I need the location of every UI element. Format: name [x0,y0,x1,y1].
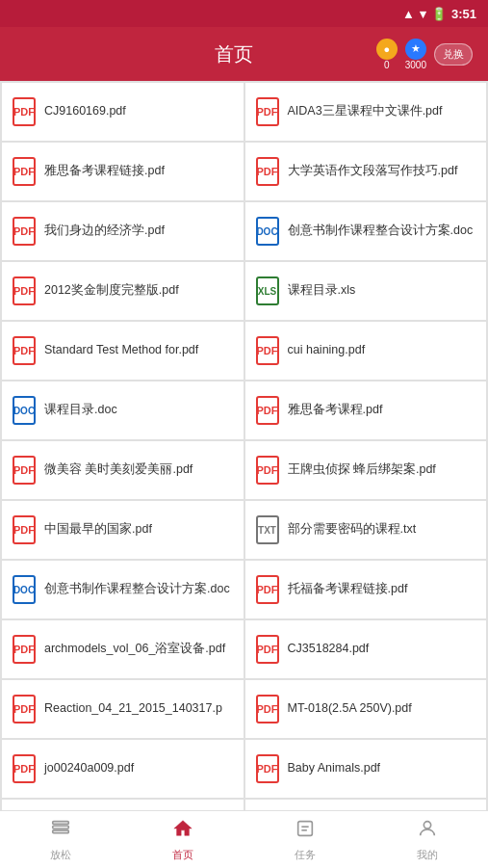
file-type-icon: PDF [12,753,37,784]
profile-icon [417,818,438,845]
points-icon: ★ [405,39,426,60]
file-type-icon: PDF [12,455,37,486]
file-type-icon: PDF [255,574,280,605]
nav-item-relax[interactable]: 放松 [0,811,122,868]
svg-rect-3 [298,821,313,835]
file-type-icon: PDF [12,156,37,187]
file-name: 雅思备考课程.pdf [288,402,477,419]
file-name: Baby Animals.pdf [288,760,477,777]
file-type-icon: PDF [255,455,280,486]
coin-icon: ● [376,39,398,60]
exchange-button[interactable]: 兑换 [434,43,473,66]
file-type-icon: PDF [255,335,280,366]
signal-icon: ▲ [402,7,415,21]
list-item[interactable]: DOC 创意书制作课程整合设计方案.doc [245,202,487,260]
file-name: CJ3518284.pdf [288,641,477,658]
svg-point-6 [424,821,430,828]
file-name: 我们身边的经济学.pdf [44,223,234,240]
file-name: 微美容 美时美刻爱美丽.pdf [44,461,234,479]
file-type-icon: PDF [255,96,280,127]
file-type-icon: PDF [12,216,37,247]
nav-item-profile[interactable]: 我的 [366,811,488,868]
relax-icon [50,818,71,845]
status-bar: ▲ ▾ 🔋 3:51 [0,0,488,27]
file-name: CJ9160169.pdf [44,103,234,120]
file-type-icon: PDF [12,694,37,724]
list-item[interactable]: PDF cui haining.pdf [245,322,487,380]
list-item[interactable]: DOC 创意书制作课程整合设计方案.doc [2,561,244,618]
list-item[interactable]: XLS 课程目录.xls [245,262,487,320]
nav-item-task[interactable]: 任务 [244,811,367,868]
file-name: 大学英语作文段落写作技巧.pdf [288,163,477,180]
file-type-icon: PDF [255,634,280,665]
list-item[interactable]: PDF AIDA3三星课程中文课件.pdf [245,83,487,141]
status-icons: ▲ ▾ 🔋 3:51 [402,7,476,21]
list-item[interactable]: PDF MT-018(2.5A 250V).pdf [245,680,487,738]
file-name: 托福备考课程链接.pdf [288,581,477,598]
relax-label: 放松 [50,848,71,862]
task-icon [295,818,316,845]
file-name: 部分需要密码的课程.txt [288,521,477,539]
file-type-icon: TXT [255,514,280,545]
file-name: 课程目录.xls [288,282,477,300]
file-type-icon: PDF [255,694,280,724]
list-item[interactable]: DOC 课程目录.doc [2,381,244,439]
list-item[interactable]: PDF 我们身边的经济学.pdf [2,202,244,260]
points-count: 3000 [405,60,426,70]
file-type-icon: DOC [12,395,37,426]
time: 3:51 [451,7,476,21]
svg-rect-2 [53,829,69,832]
file-type-icon: PDF [12,335,37,366]
list-item[interactable]: PDF 大学英语作文段落写作技巧.pdf [245,143,487,200]
points-badge: ★ 3000 [405,39,426,70]
file-name: 雅思备考课程链接.pdf [44,163,234,180]
file-name: 课程目录.doc [44,402,234,419]
file-name: Standard Test Method for.pdf [44,342,234,359]
coin-badge: ● 0 [376,39,398,70]
list-item[interactable]: PDF CJ9160169.pdf [2,83,244,141]
page-title: 首页 [92,41,376,67]
list-item[interactable]: PDF jo00240a009.pdf [2,740,244,798]
file-name: MT-018(2.5A 250V).pdf [288,700,477,718]
list-item[interactable]: PDF Baby Animals.pdf [245,740,487,798]
file-name: 创意书制作课程整合设计方案.doc [288,223,477,240]
file-type-icon: PDF [255,156,280,187]
list-item[interactable]: PDF Standard Test Method for.pdf [2,322,244,380]
wifi-icon: ▾ [420,7,426,21]
list-item[interactable]: PDF CJ3518284.pdf [245,620,487,678]
svg-rect-1 [53,826,69,829]
list-item[interactable]: PDF 王牌虫侦探 蜂后绑架案.pdf [245,441,487,499]
nav-item-home[interactable]: 首页 [122,811,244,868]
coin-count: 0 [384,60,390,70]
bottom-nav: 放松 首页 任务 我的 [0,810,488,868]
home-label: 首页 [172,848,193,862]
list-item[interactable]: PDF 微美容 美时美刻爱美丽.pdf [2,441,244,499]
list-item[interactable]: PDF 托福备考课程链接.pdf [245,561,487,618]
list-item[interactable]: PDF 2012奖金制度完整版.pdf [2,262,244,320]
battery-icon: 🔋 [431,7,447,21]
list-item[interactable]: PDF 雅思备考课程链接.pdf [2,143,244,200]
file-name: 中国最早的国家.pdf [44,521,234,539]
list-item[interactable]: TXT 部分需要密码的课程.txt [245,501,487,559]
header-actions: ● 0 ★ 3000 兑换 [376,39,473,70]
file-name: archmodels_vol_06_浴室设备.pdf [44,641,234,658]
list-item[interactable]: PDF 中国最早的国家.pdf [2,501,244,559]
file-type-icon: PDF [12,514,37,545]
file-type-icon: PDF [12,634,37,665]
task-label: 任务 [295,848,316,862]
file-type-icon: PDF [255,395,280,426]
list-item[interactable]: PDF archmodels_vol_06_浴室设备.pdf [2,620,244,678]
file-type-icon: XLS [255,276,280,306]
file-name: AIDA3三星课程中文课件.pdf [288,103,477,120]
file-name: cui haining.pdf [288,342,477,359]
file-name: 创意书制作课程整合设计方案.doc [44,581,234,598]
home-icon [172,818,193,845]
list-item[interactable]: PDF Reaction_04_21_2015_140317.p [2,680,244,738]
list-item[interactable]: PDF 雅思备考课程.pdf [245,381,487,439]
file-type-icon: PDF [255,753,280,784]
file-name: jo00240a009.pdf [44,760,234,777]
file-name: 2012奖金制度完整版.pdf [44,282,234,300]
svg-rect-0 [53,821,69,824]
profile-label: 我的 [417,848,438,862]
header: 首页 ● 0 ★ 3000 兑换 [0,27,488,81]
